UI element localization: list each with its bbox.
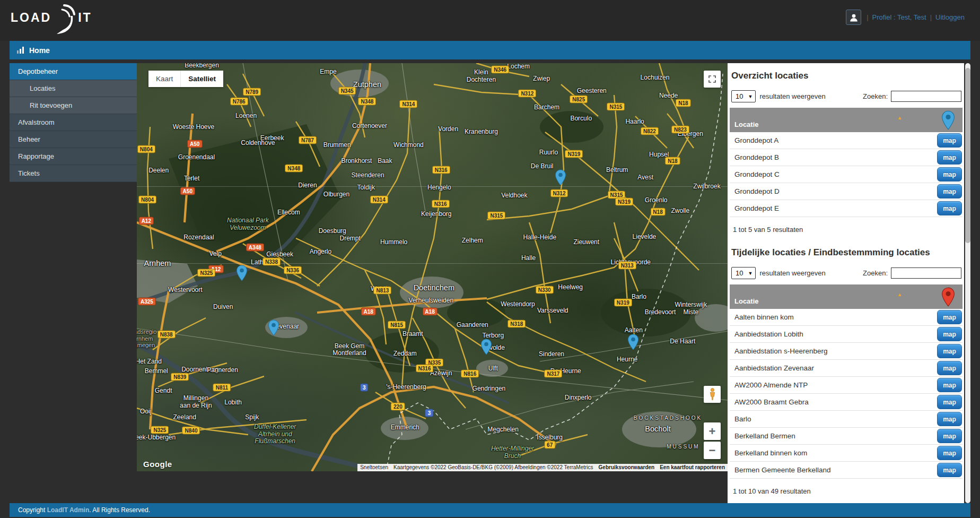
table-row: Berkelland binnen kommap (730, 445, 962, 462)
logo-load-text: LOAD (11, 11, 51, 25)
sidebar-item-depotbeheer[interactable]: Depotbeheer (10, 63, 137, 80)
scrollbar-thumb[interactable] (965, 68, 970, 243)
pegman-button[interactable] (704, 386, 721, 403)
map-button[interactable]: map (937, 344, 962, 358)
tile-seam (137, 186, 728, 187)
map-type-switcher: Kaart Satelliet (148, 71, 223, 87)
results-per-page-select[interactable]: 10 ▼ (731, 90, 756, 102)
person-icon (849, 13, 859, 22)
map-button[interactable]: map (937, 310, 962, 324)
map-button[interactable]: map (937, 429, 962, 443)
hook-icon (49, 2, 80, 35)
sidebar-item-beheer[interactable]: Beheer (10, 131, 137, 148)
location-name: Aanbiedstation Lobith (730, 330, 803, 338)
map-data-credit: Kaartgegevens ©2022 GeoBasis-DE/BKG (©20… (391, 464, 596, 471)
tile-seam (137, 263, 728, 264)
map-marker-icon[interactable] (236, 265, 248, 283)
results-summary: 1 tot 10 van 49 resultaten (733, 487, 962, 495)
map-type-kaart-button[interactable]: Kaart (148, 71, 180, 87)
nav-home[interactable]: Home (29, 46, 50, 55)
table-rows-0: Gronddepot AmapGronddepot BmapGronddepot… (730, 132, 962, 217)
terms-link[interactable]: Gebruiksvoorwaarden (596, 464, 658, 471)
map-button[interactable]: map (937, 167, 962, 182)
map-marker-icon[interactable] (268, 320, 279, 338)
search-input[interactable] (891, 267, 961, 279)
loadit-logo: LOAD IT (11, 2, 92, 35)
table-row: AW2000 Braamt Gebramap (730, 394, 962, 411)
map-type-satelliet-button[interactable]: Satelliet (180, 71, 223, 87)
sidebar-item-rit-toevoegen[interactable]: Rit toevoegen (10, 97, 137, 114)
map-canvas[interactable]: Kaart Satelliet + − Google Sneltoetsen K… (137, 63, 728, 471)
bar-chart-icon (17, 47, 25, 54)
column-locatie[interactable]: Locatie (734, 297, 759, 305)
table-row: Bermen Gemeente Berkellandmap (730, 462, 962, 479)
location-name: Aanbiedstation Zevenaar (730, 364, 814, 372)
table-row: Gronddepot Cmap (730, 166, 962, 183)
report-error-link[interactable]: Een kaartfout rapporteren (657, 464, 728, 471)
search-input[interactable] (891, 91, 961, 102)
blue-pin-icon (941, 110, 955, 132)
map-button[interactable]: map (937, 201, 962, 215)
sidebar-item-afvalstroom[interactable]: Afvalstroom (10, 114, 137, 131)
map-button[interactable]: map (937, 446, 962, 460)
top-navbar: Home (10, 41, 970, 59)
location-name: Gronddepot E (730, 204, 779, 212)
map-marker-icon[interactable] (555, 169, 566, 188)
zoom-out-button[interactable]: − (704, 442, 721, 459)
section-title: Tijdelijke locaties / Eindbestemmming lo… (731, 247, 962, 258)
red-pin-icon (941, 287, 955, 309)
table-controls: 10 ▼ resultaten weergeven Zoeken: (731, 267, 961, 279)
table-row: AW2000 Almende NTPmap (730, 377, 962, 394)
table-row: Gronddepot Bmap (730, 149, 962, 166)
table-row: Berkelland Bermenmap (730, 428, 962, 445)
app-header: LOAD IT | Profiel : Test, Test | Uitlogg… (0, 0, 980, 41)
results-per-page-select[interactable]: 10 ▼ (731, 267, 756, 279)
sort-asc-icon[interactable]: ▲ (897, 115, 902, 120)
map-button[interactable]: map (937, 184, 962, 198)
location-name: Aalten binnen kom (730, 313, 794, 321)
location-name: Gronddepot C (730, 170, 780, 178)
location-name: Bermen Gemeente Berkelland (730, 466, 831, 474)
location-name: Gronddepot D (730, 187, 780, 195)
map-button[interactable]: map (937, 361, 962, 375)
chevron-down-icon: ▼ (748, 271, 752, 276)
map-attribution: Sneltoetsen Kaartgegevens ©2022 GeoBasis… (357, 464, 728, 471)
map-marker-icon[interactable] (627, 334, 639, 352)
table-row: Barlomap (730, 411, 962, 428)
map-button[interactable]: map (937, 378, 962, 392)
table-row: Aanbiedstation s-Heerenbergmap (730, 343, 962, 360)
map-button[interactable]: map (937, 133, 962, 148)
map-button[interactable]: map (937, 463, 962, 477)
fullscreen-button[interactable] (704, 71, 721, 88)
map-button[interactable]: map (937, 327, 962, 341)
map-marker-icon[interactable] (480, 339, 492, 357)
sort-asc-icon[interactable]: ▲ (897, 292, 902, 297)
location-name: Gronddepot B (730, 153, 779, 161)
sidebar-item-tickets[interactable]: Tickets (10, 165, 137, 182)
table-header: Locatie ▲ (730, 108, 962, 132)
logo-it-text: IT (78, 11, 92, 25)
google-logo: Google (143, 460, 172, 469)
profile-area: | Profiel : Test, Test | Uitloggen (846, 10, 968, 25)
sidebar-item-locaties[interactable]: Locaties (10, 80, 137, 97)
table-row: Gronddepot Emap (730, 200, 962, 217)
location-name: Gronddepot A (730, 136, 778, 144)
pegman-icon (709, 388, 716, 401)
map-button[interactable]: map (937, 395, 962, 409)
location-name: Barlo (730, 415, 751, 423)
plus-icon: + (709, 426, 716, 437)
per-page-label: resultaten weergeven (759, 92, 825, 100)
location-name: Aanbiedstation s-Heerenberg (730, 347, 828, 355)
zoom-in-button[interactable]: + (704, 422, 721, 440)
section-title: Overzicht locaties (731, 71, 962, 81)
footer-brand-link[interactable]: LoadIT Admin (47, 506, 90, 514)
table-rows-1: Aalten binnen kommapAanbiedstation Lobit… (730, 309, 962, 479)
profile-link[interactable]: Profiel : Test, Test (872, 13, 926, 21)
shortcuts-link[interactable]: Sneltoetsen (357, 464, 391, 471)
copyright-prefix: Copyright (18, 506, 47, 514)
map-button[interactable]: map (937, 150, 962, 165)
logout-link[interactable]: Uitloggen (935, 13, 965, 21)
column-locatie[interactable]: Locatie (734, 120, 759, 128)
map-button[interactable]: map (937, 412, 962, 426)
sidebar-item-rapportage[interactable]: Rapportage (10, 148, 137, 165)
